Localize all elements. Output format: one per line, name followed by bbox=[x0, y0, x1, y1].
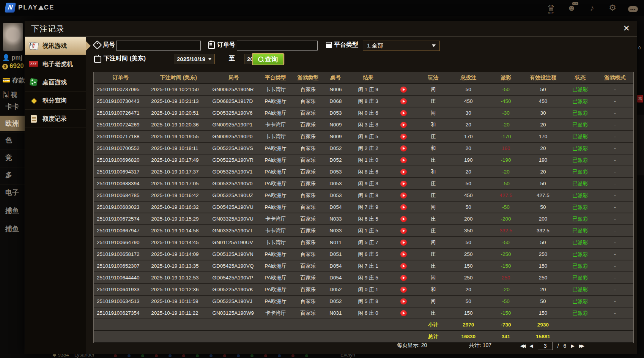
settings-icon[interactable]: ⚙ bbox=[607, 2, 618, 14]
tab-points-query[interactable]: ◆积分查询 bbox=[25, 92, 86, 110]
video-play-icon[interactable] bbox=[400, 216, 407, 222]
table-row: 2510191007171882025-10-19 10:19:55GN0092… bbox=[94, 131, 633, 142]
video-play-icon[interactable] bbox=[400, 263, 407, 269]
background-right-number: 0 bbox=[638, 46, 641, 50]
background-nav-item-active: 欧洲 bbox=[0, 115, 25, 131]
table-row: 2510191006830232025-10-19 10:16:32GD0542… bbox=[94, 201, 633, 213]
video-play-icon[interactable] bbox=[400, 287, 407, 293]
video-play-icon[interactable] bbox=[400, 251, 407, 257]
video-play-icon[interactable] bbox=[400, 157, 407, 163]
next-page-icon[interactable]: ▶ bbox=[571, 341, 574, 351]
tab-table-games[interactable]: 桌面游戏 bbox=[25, 74, 86, 91]
tab-label: 额度记录 bbox=[43, 115, 67, 123]
search-button[interactable]: 查询 bbox=[252, 53, 284, 65]
background-nav-item: 捕鱼 bbox=[0, 203, 25, 218]
modal-title: 下注记录 bbox=[31, 24, 65, 34]
table-row: 2510191006345132025-10-19 10:11:59GD0522… bbox=[94, 295, 633, 307]
video-play-icon[interactable] bbox=[400, 298, 407, 304]
doc-icon bbox=[29, 114, 39, 123]
background-roadmap-beads bbox=[114, 354, 308, 357]
bet-table-body: 2510191007370952025-10-19 10:21:50GN0062… bbox=[94, 84, 633, 342]
video-play-icon[interactable] bbox=[400, 145, 407, 151]
last-page-icon[interactable]: ▶▶ bbox=[579, 341, 583, 351]
support-icon[interactable]: ☻••• bbox=[566, 2, 577, 14]
tab-slots[interactable]: 777电子老虎机 bbox=[25, 55, 86, 73]
title-divider bbox=[25, 36, 637, 37]
video-play-icon[interactable] bbox=[400, 204, 407, 210]
video-play-icon[interactable] bbox=[400, 192, 407, 199]
music-icon[interactable]: ♪ bbox=[586, 2, 598, 14]
topbar-icon-group: ♛VIP☻•••♪⚙ bbox=[545, 2, 639, 14]
table-row: 2510191006444402025-10-19 10:12:53GD0542… bbox=[94, 272, 633, 284]
background-nav-item: 多 bbox=[0, 167, 25, 183]
tab-video-games[interactable]: 9K♥视讯游戏 bbox=[25, 37, 86, 55]
vip-icon[interactable]: ♛VIP bbox=[545, 2, 557, 14]
close-icon[interactable]: ✕ bbox=[623, 24, 630, 33]
table-row: 2510191006847852025-10-19 10:16:42GD0532… bbox=[94, 189, 633, 201]
background-nav-item: 捕鱼 bbox=[0, 221, 25, 237]
first-page-icon[interactable]: ◀◀ bbox=[520, 341, 524, 351]
dice-icon bbox=[29, 78, 39, 87]
round-input[interactable] bbox=[116, 41, 201, 50]
total-count-label: 共计: 107 bbox=[469, 342, 491, 349]
column-header: 结果 bbox=[348, 72, 389, 84]
chevron-down-icon bbox=[432, 44, 436, 47]
top-bar: PLAY CE ♛VIP☻•••♪⚙ bbox=[0, 0, 644, 16]
video-play-icon[interactable] bbox=[400, 275, 407, 281]
order-filter-label: 订单号 bbox=[208, 41, 235, 49]
pagination-nav: ◀◀ ◀ 3 / 6 ▶ ▶▶ bbox=[520, 341, 584, 351]
video-play-icon[interactable] bbox=[400, 310, 407, 316]
table-header-row: 订单号下注时间 (美东)局号平台类型游戏类型桌号结果玩法总投注派彩有效投注额状态… bbox=[94, 72, 633, 84]
video-play-icon[interactable] bbox=[400, 169, 407, 175]
column-header: 总投注 bbox=[447, 72, 490, 84]
gem-icon: ◆ bbox=[29, 96, 39, 105]
background-right-tag: 戏 bbox=[637, 95, 643, 103]
round-filter-label: 局号 bbox=[94, 41, 115, 49]
background-nav-item: 电子 bbox=[0, 185, 25, 200]
table-row: 2510191007304432025-10-19 10:21:13GD0682… bbox=[94, 95, 633, 107]
video-play-icon[interactable] bbox=[400, 228, 407, 234]
video-play-icon[interactable] bbox=[400, 181, 407, 187]
table-row: 2510191006419332025-10-19 10:12:36GD0522… bbox=[94, 284, 633, 295]
prev-page-icon[interactable]: ◀ bbox=[529, 341, 533, 351]
avatar bbox=[3, 23, 23, 51]
platform-filter-label: 平台类型 bbox=[326, 41, 358, 49]
table-row: 2510191006883942025-10-19 10:17:05GD0532… bbox=[94, 178, 633, 189]
video-play-icon[interactable] bbox=[400, 240, 407, 246]
bet-time-label: 下注时间 (美东) bbox=[94, 55, 146, 63]
clipboard-icon bbox=[208, 41, 215, 49]
table-row: 2510191006725742025-10-19 10:15:29GN0332… bbox=[94, 213, 633, 225]
background-video-nav: 🂡 视 bbox=[2, 90, 17, 99]
app-root: PLAY CE ♛VIP☻•••♪⚙ 👤 pmj $6920 💳 存款 🂡 视 … bbox=[0, 0, 644, 358]
tab-label: 桌面游戏 bbox=[43, 79, 67, 87]
tab-label: 积分查询 bbox=[43, 97, 67, 105]
column-header: 游戏类型 bbox=[293, 72, 323, 84]
platform-select[interactable]: 1.全部 bbox=[363, 41, 440, 51]
table-row: 2510191006968202025-10-19 10:17:49GD0522… bbox=[94, 154, 633, 166]
page-number-input[interactable]: 3 bbox=[538, 342, 553, 350]
chevron-down-icon bbox=[208, 58, 212, 60]
column-header: 桌号 bbox=[323, 72, 348, 84]
to-label: 至 bbox=[229, 55, 235, 63]
video-play-icon[interactable] bbox=[400, 134, 407, 140]
video-play-icon[interactable] bbox=[400, 87, 407, 93]
table-row: 2510191006581722025-10-19 10:14:09GD0512… bbox=[94, 248, 633, 260]
chat-icon[interactable] bbox=[627, 2, 639, 14]
column-header: 平台类型 bbox=[258, 72, 293, 84]
tab-label: 视讯游戏 bbox=[43, 42, 67, 50]
column-header bbox=[389, 72, 419, 84]
subtotal-row: 小计2970-7302930 bbox=[94, 319, 633, 331]
background-balance: $6920 bbox=[2, 62, 24, 70]
video-play-icon[interactable] bbox=[400, 110, 407, 116]
column-header: 下注时间 (美东) bbox=[148, 72, 209, 84]
column-header: 状态 bbox=[564, 72, 597, 84]
table-row: 2510191007370952025-10-19 10:21:50GN0062… bbox=[94, 84, 633, 95]
table-row: 2510191007242692025-10-19 10:20:36GN0092… bbox=[94, 119, 633, 131]
tab-quota-records[interactable]: 额度记录 bbox=[25, 110, 86, 128]
date-from-picker[interactable]: 2025/10/19 bbox=[174, 54, 215, 64]
tab-label: 电子老虎机 bbox=[43, 60, 73, 68]
server-list-icon bbox=[326, 42, 332, 48]
video-play-icon[interactable] bbox=[400, 122, 407, 128]
video-play-icon[interactable] bbox=[400, 98, 407, 104]
order-input[interactable] bbox=[237, 41, 318, 50]
